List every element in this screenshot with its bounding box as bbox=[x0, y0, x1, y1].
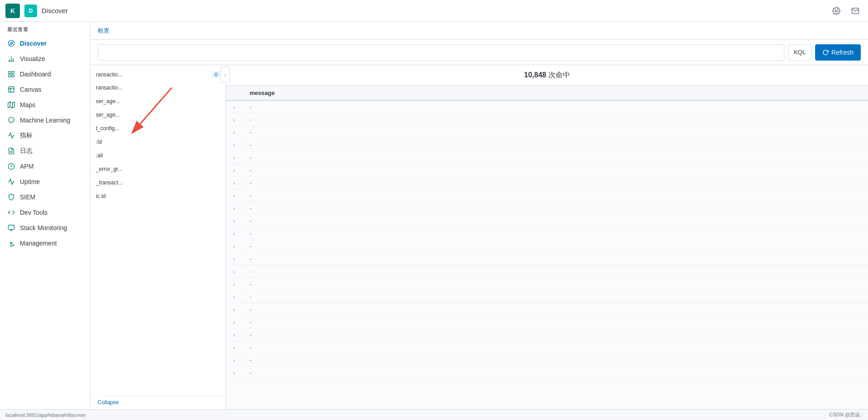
sidebar-item-machine-learning[interactable]: Machine Learning bbox=[0, 113, 90, 128]
watermark: CSDN @思远 : bbox=[829, 411, 863, 418]
search-input[interactable] bbox=[103, 49, 779, 56]
table-row: › - bbox=[226, 126, 868, 139]
expand-row-button[interactable]: › bbox=[231, 320, 237, 325]
message-cell: - bbox=[244, 240, 868, 253]
searchbar: KQL Refresh bbox=[90, 40, 868, 65]
expand-row-button[interactable]: › bbox=[231, 231, 237, 236]
sidebar-item-uptime[interactable]: Uptime bbox=[0, 174, 90, 189]
map-icon bbox=[7, 101, 15, 109]
svg-marker-2 bbox=[10, 42, 13, 45]
grid-icon bbox=[7, 70, 15, 78]
sidebar-item-dev-tools[interactable]: Dev Tools bbox=[0, 205, 90, 220]
subheader: 检查 bbox=[90, 22, 868, 40]
bottom-bar: localhost:5601/app/kibana#/discover CSDN… bbox=[0, 409, 868, 420]
index-item-2[interactable]: ser_age... bbox=[90, 94, 226, 108]
index-label-0: ransactio... bbox=[96, 71, 123, 78]
table-row: › - bbox=[226, 367, 868, 379]
message-cell: - bbox=[244, 341, 868, 354]
expand-row-button[interactable]: › bbox=[231, 244, 237, 249]
svg-rect-10 bbox=[9, 75, 11, 77]
settings-button[interactable] bbox=[829, 4, 844, 18]
expand-row-button[interactable]: › bbox=[231, 193, 237, 198]
col-message: message bbox=[244, 86, 868, 100]
expand-row-button[interactable]: › bbox=[231, 370, 237, 376]
table-row: › - bbox=[226, 100, 868, 113]
index-item-1[interactable]: ransactio... bbox=[90, 80, 226, 94]
message-cell: - bbox=[244, 164, 868, 177]
sidebar-item-canvas[interactable]: Canvas bbox=[0, 82, 90, 97]
index-count-0: 0 bbox=[212, 71, 220, 78]
inspect-link[interactable]: 检查 bbox=[98, 27, 109, 35]
expand-row-button[interactable]: › bbox=[231, 345, 237, 350]
message-cell: - bbox=[244, 202, 868, 215]
sidebar-label-management: Management bbox=[20, 240, 57, 247]
svg-point-0 bbox=[835, 9, 838, 12]
expand-row-button[interactable]: › bbox=[231, 332, 237, 338]
expand-row-button[interactable]: › bbox=[231, 142, 237, 148]
sidebar-item-management[interactable]: Management bbox=[0, 236, 90, 251]
index-item-8[interactable]: _transact... bbox=[90, 175, 226, 189]
message-cell: - bbox=[244, 329, 868, 341]
expand-row-button[interactable]: › bbox=[231, 256, 237, 262]
expand-row-button[interactable]: › bbox=[231, 180, 237, 186]
svg-rect-9 bbox=[12, 75, 14, 77]
kql-button[interactable]: KQL bbox=[788, 44, 811, 61]
index-item-5[interactable]: :Id bbox=[90, 135, 226, 148]
metrics-icon bbox=[7, 132, 15, 140]
table-row: › - bbox=[226, 316, 868, 329]
expand-row-button[interactable]: › bbox=[231, 130, 237, 135]
message-cell: - bbox=[244, 291, 868, 303]
message-cell: - bbox=[244, 126, 868, 139]
index-label-5: :Id bbox=[96, 139, 102, 145]
right-panel: 10,848 次命中 message › bbox=[226, 65, 868, 409]
expand-row-button[interactable]: › bbox=[231, 218, 237, 224]
sidebar-item-metrics[interactable]: 指标 bbox=[0, 128, 90, 143]
sidebar-label-canvas: Canvas bbox=[20, 86, 41, 93]
table-row: › - bbox=[226, 215, 868, 227]
sidebar-item-logs[interactable]: 日志 bbox=[0, 143, 90, 159]
sidebar-item-siem[interactable]: SIEM bbox=[0, 189, 90, 205]
expand-row-button[interactable]: › bbox=[231, 358, 237, 363]
message-cell: - bbox=[244, 303, 868, 316]
expand-row-button[interactable]: › bbox=[231, 269, 237, 274]
index-item-9[interactable]: ic.Id bbox=[90, 189, 226, 203]
table-row: › - bbox=[226, 202, 868, 215]
expand-row-button[interactable]: › bbox=[231, 117, 237, 123]
table-row: › - bbox=[226, 303, 868, 316]
expand-row-button[interactable]: › bbox=[231, 104, 237, 110]
table-row: › - bbox=[226, 189, 868, 202]
hits-count: 10,848 bbox=[524, 71, 546, 79]
collapse-left-panel-button[interactable]: ‹ bbox=[221, 67, 226, 83]
mail-button[interactable] bbox=[848, 4, 863, 18]
management-icon bbox=[7, 239, 15, 247]
svg-rect-11 bbox=[9, 87, 14, 92]
index-item-0[interactable]: ransactio... 0 bbox=[90, 69, 226, 80]
sidebar-item-discover[interactable]: Discover bbox=[0, 36, 90, 51]
table-row: › - bbox=[226, 329, 868, 341]
index-item-4[interactable]: t_config... bbox=[90, 121, 226, 135]
index-item-7[interactable]: _error_gr... bbox=[90, 162, 226, 175]
sidebar-item-stack-monitoring[interactable]: Stack Monitoring bbox=[0, 220, 90, 236]
sidebar-label-stack-monitoring: Stack Monitoring bbox=[20, 224, 67, 231]
sidebar-label-siem: SIEM bbox=[20, 193, 35, 201]
expand-row-button[interactable]: › bbox=[231, 282, 237, 287]
expand-row-button[interactable]: › bbox=[231, 294, 237, 300]
expand-row-button[interactable]: › bbox=[231, 168, 237, 173]
index-item-6[interactable]: :all bbox=[90, 148, 226, 162]
table-row: › - bbox=[226, 278, 868, 291]
table-row: › - bbox=[226, 177, 868, 189]
sidebar-item-visualize[interactable]: Visualize bbox=[0, 51, 90, 66]
message-cell: - bbox=[244, 215, 868, 227]
collapse-label[interactable]: Collapse bbox=[90, 395, 226, 409]
expand-row-button[interactable]: › bbox=[231, 307, 237, 312]
sidebar-item-apm[interactable]: APM bbox=[0, 159, 90, 174]
expand-row-button[interactable]: › bbox=[231, 155, 237, 160]
index-item-3[interactable]: ser_age... bbox=[90, 108, 226, 121]
sidebar-item-maps[interactable]: Maps bbox=[0, 97, 90, 113]
index-label-3: ser_age... bbox=[96, 112, 120, 118]
sidebar-item-dashboard[interactable]: Dashboard bbox=[0, 66, 90, 82]
sidebar: 最近查看 Discover Visualize bbox=[0, 22, 90, 409]
refresh-button[interactable]: Refresh bbox=[815, 44, 861, 61]
message-cell: - bbox=[244, 113, 868, 126]
expand-row-button[interactable]: › bbox=[231, 206, 237, 211]
